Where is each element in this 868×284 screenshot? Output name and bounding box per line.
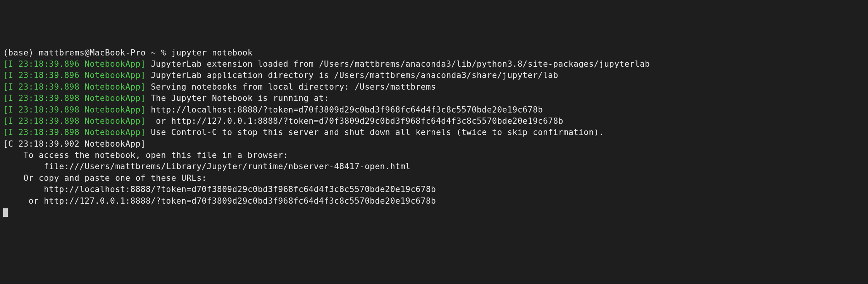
log-prefix: [I 23:18:39.898 NotebookApp] (3, 116, 146, 126)
log-line: [I 23:18:39.898 NotebookApp] http://loca… (3, 104, 865, 116)
log-line: [I 23:18:39.896 NotebookApp] JupyterLab … (3, 70, 865, 81)
log-prefix: [I 23:18:39.898 NotebookApp] (3, 128, 146, 137)
log-line: [I 23:18:39.898 NotebookApp] Use Control… (3, 127, 865, 138)
log-prefix: [C 23:18:39.902 NotebookApp] (3, 139, 146, 149)
log-message: http://localhost:8888/?token=d70f3809d29… (146, 105, 543, 114)
log-line: [I 23:18:39.898 NotebookApp] Serving not… (3, 81, 865, 93)
log-prefix: [I 23:18:39.898 NotebookApp] (3, 105, 146, 114)
log-line: [I 23:18:39.898 NotebookApp] or http://1… (3, 116, 865, 127)
prompt-user-host: mattbrems@MacBook-Pro (39, 48, 146, 57)
log-prefix: [I 23:18:39.896 NotebookApp] (3, 71, 146, 80)
log-line: [I 23:18:39.898 NotebookApp] The Jupyter… (3, 93, 865, 104)
log-message: JupyterLab application directory is /Use… (146, 71, 558, 80)
log-line: [C 23:18:39.902 NotebookApp] (3, 139, 865, 150)
prompt-env: (base) (3, 48, 34, 57)
log-line: [I 23:18:39.896 NotebookApp] JupyterLab … (3, 59, 865, 70)
log-message: Serving notebooks from local directory: … (146, 82, 436, 92)
log-message: Use Control-C to stop this server and sh… (146, 128, 604, 137)
log-message: The Jupyter Notebook is running at: (146, 94, 329, 103)
log-message: JupyterLab extension loaded from /Users/… (146, 59, 650, 69)
prompt-cwd: ~ (151, 48, 156, 57)
access-line: Or copy and paste one of these URLs: (3, 173, 865, 184)
access-line: http://localhost:8888/?token=d70f3809d29… (3, 184, 865, 195)
access-line: To access the notebook, open this file i… (3, 150, 865, 161)
log-prefix: [I 23:18:39.898 NotebookApp] (3, 94, 146, 103)
prompt-symbol: % (161, 48, 166, 57)
terminal-output[interactable]: (base) mattbrems@MacBook-Pro ~ % jupyter… (3, 47, 865, 218)
terminal-cursor (3, 208, 8, 217)
log-message: or http://127.0.0.1:8888/?token=d70f3809… (146, 116, 563, 126)
prompt-line: (base) mattbrems@MacBook-Pro ~ % jupyter… (3, 47, 865, 59)
log-prefix: [I 23:18:39.898 NotebookApp] (3, 82, 146, 92)
prompt-command: jupyter notebook (171, 48, 253, 57)
access-line: file:///Users/mattbrems/Library/Jupyter/… (3, 161, 865, 172)
access-line: or http://127.0.0.1:8888/?token=d70f3809… (3, 196, 865, 207)
log-prefix: [I 23:18:39.896 NotebookApp] (3, 59, 146, 69)
